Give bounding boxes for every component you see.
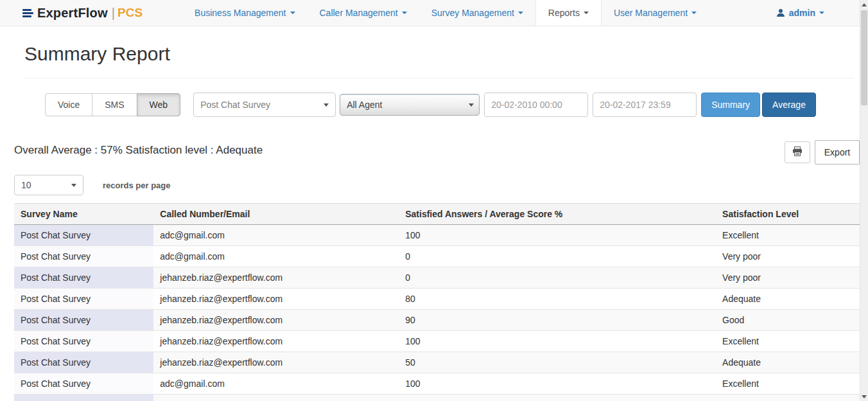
- survey-select[interactable]: Post Chat Survey: [193, 93, 336, 117]
- title-divider: [24, 78, 854, 78]
- table-cell: 0: [399, 267, 716, 289]
- table-cell: adc@gmail.com: [153, 373, 399, 395]
- page-length-row: 10 records per page: [14, 175, 868, 195]
- channel-tab-web[interactable]: Web: [137, 93, 181, 116]
- table-cell: Post Chat Survey: [14, 310, 153, 331]
- page-size-value: 10: [21, 180, 31, 190]
- brand-divider: |: [112, 6, 115, 21]
- table-cell: Post Chat Survey: [14, 331, 153, 352]
- column-header-survey-name[interactable]: Survey Name: [14, 204, 153, 225]
- channel-tab-sms[interactable]: SMS: [92, 93, 137, 116]
- summary-button[interactable]: Summary: [701, 93, 760, 117]
- channel-button-group: Voice SMS Web: [45, 93, 180, 116]
- table-cell: Excellent: [716, 225, 860, 246]
- column-header-called-number-email[interactable]: Called Number/Email: [153, 204, 399, 225]
- table-cell: 80: [399, 289, 716, 310]
- table-cell: 0: [399, 395, 716, 401]
- table-cell: 100: [399, 373, 716, 395]
- caret-down-icon: [691, 12, 697, 14]
- nav-item-label: Reports: [548, 8, 580, 18]
- table-cell: Post Chat Survey: [14, 289, 153, 310]
- nav-item-user-management[interactable]: User Management: [602, 0, 709, 26]
- date-to-input[interactable]: [593, 93, 697, 117]
- average-button[interactable]: Average: [762, 93, 816, 117]
- table-cell: Very poor: [716, 267, 860, 289]
- page-title: Summary Report: [24, 43, 868, 65]
- table-row: Post Chat Surveyjehanzeb.riaz@expertflow…: [14, 289, 860, 310]
- user-name: admin: [789, 8, 815, 18]
- table-cell: adc@gmail.com: [153, 225, 399, 246]
- column-header-satisfied-answers[interactable]: Satisfied Answers / Average Score %: [399, 204, 716, 225]
- table-row: Post Chat Surveyjehanzeb.riaz@expertflow…: [14, 310, 860, 331]
- vertical-scrollbar[interactable]: [860, 0, 868, 401]
- export-button[interactable]: Export: [815, 140, 860, 165]
- table-row: Post Chat Surveyjehanzeb.riaz@expertflow…: [14, 267, 860, 289]
- date-from-input[interactable]: [484, 93, 588, 117]
- user-icon: [776, 8, 785, 17]
- caret-down-icon: [469, 103, 474, 107]
- agent-select[interactable]: All Agent: [340, 94, 480, 116]
- caret-down-icon: [402, 12, 407, 14]
- table-cell: Post Chat Survey: [14, 225, 153, 246]
- navbar: ExpertFlow | PCS Business Management Cal…: [0, 0, 868, 26]
- nav-item-survey-management[interactable]: Survey Management: [419, 0, 535, 26]
- scroll-down-arrow-icon[interactable]: [860, 392, 868, 401]
- printer-icon: [792, 147, 803, 159]
- table-cell: Very poor: [716, 395, 860, 401]
- table-cell: 0: [399, 246, 716, 267]
- nav-item-caller-management[interactable]: Caller Management: [308, 0, 419, 26]
- table-cell: Post Chat Survey: [14, 352, 153, 373]
- report-tools: Export: [785, 140, 860, 165]
- user-menu[interactable]: admin: [776, 0, 824, 26]
- print-button[interactable]: [785, 141, 810, 163]
- nav-item-label: Business Management: [195, 8, 286, 18]
- table-cell: adc@gmail.com: [153, 246, 399, 267]
- report-table: Survey Name Called Number/Email Satisfie…: [14, 203, 860, 401]
- report-table-body: Post Chat Surveyadc@gmail.com100Excellen…: [14, 225, 860, 401]
- table-cell: Post Chat Survey: [14, 373, 153, 395]
- records-per-page-label: records per page: [103, 181, 171, 190]
- filter-bar: Voice SMS Web Post Chat Survey All Agent…: [45, 93, 853, 117]
- nav-item-business-management[interactable]: Business Management: [182, 0, 307, 26]
- column-header-satisfaction-level[interactable]: Satisfaction Level: [716, 204, 860, 225]
- table-cell: Good: [716, 310, 860, 331]
- agent-select-value: All Agent: [347, 100, 382, 110]
- overall-average-text: Overall Average : 57% Satisfaction level…: [14, 140, 263, 157]
- survey-select-value: Post Chat Survey: [200, 100, 270, 110]
- table-cell: jehanzeb.riaz@expertflow.com: [153, 289, 399, 310]
- table-cell: Very poor: [716, 246, 860, 267]
- caret-down-icon: [290, 12, 295, 14]
- table-row: Post Chat Surveyadc@gmail.com100Excellen…: [14, 225, 860, 246]
- table-cell: Post Chat Survey: [14, 246, 153, 267]
- table-row: Post Chat Surveyjehanzeb.riaz@expertflow…: [14, 352, 860, 373]
- caret-down-icon: [324, 103, 329, 107]
- table-header-row: Survey Name Called Number/Email Satisfie…: [14, 204, 860, 225]
- table-cell: jehanzeb.riaz@expertflow.com: [153, 310, 399, 331]
- channel-tab-voice[interactable]: Voice: [45, 93, 92, 116]
- table-cell: Post Chat Survey: [14, 395, 153, 401]
- brand-logo[interactable]: ExpertFlow | PCS: [22, 0, 143, 26]
- table-row: Post Chat Surveyadc@gmail.com100Excellen…: [14, 373, 860, 395]
- expertflow-logo-icon: [22, 8, 33, 19]
- table-cell: Adequate: [716, 289, 860, 310]
- nav-item-label: User Management: [614, 8, 688, 18]
- table-row: Post Chat Surveyadc@gmail.com0Very poor: [14, 395, 860, 401]
- table-cell: jehanzeb.riaz@expertflow.com: [153, 331, 399, 352]
- main-nav: Business Management Caller Management Su…: [182, 0, 709, 26]
- table-cell: 100: [399, 225, 716, 246]
- table-cell: 90: [399, 310, 716, 331]
- table-cell: jehanzeb.riaz@expertflow.com: [153, 352, 399, 373]
- brand-suffix: PCS: [117, 6, 143, 20]
- table-row: Post Chat Surveyjehanzeb.riaz@expertflow…: [14, 331, 860, 352]
- scroll-up-arrow-icon[interactable]: [860, 0, 868, 9]
- nav-item-reports[interactable]: Reports: [535, 0, 602, 26]
- report-header-row: Overall Average : 57% Satisfaction level…: [14, 140, 860, 165]
- scrollbar-thumb[interactable]: [861, 10, 867, 105]
- table-cell: Post Chat Survey: [14, 267, 153, 289]
- table-cell: adc@gmail.com: [153, 395, 399, 401]
- page-size-select[interactable]: 10: [14, 175, 83, 195]
- table-cell: jehanzeb.riaz@expertflow.com: [153, 267, 399, 289]
- nav-item-label: Caller Management: [320, 8, 398, 18]
- caret-down-icon: [819, 12, 824, 14]
- table-cell: Excellent: [716, 331, 860, 352]
